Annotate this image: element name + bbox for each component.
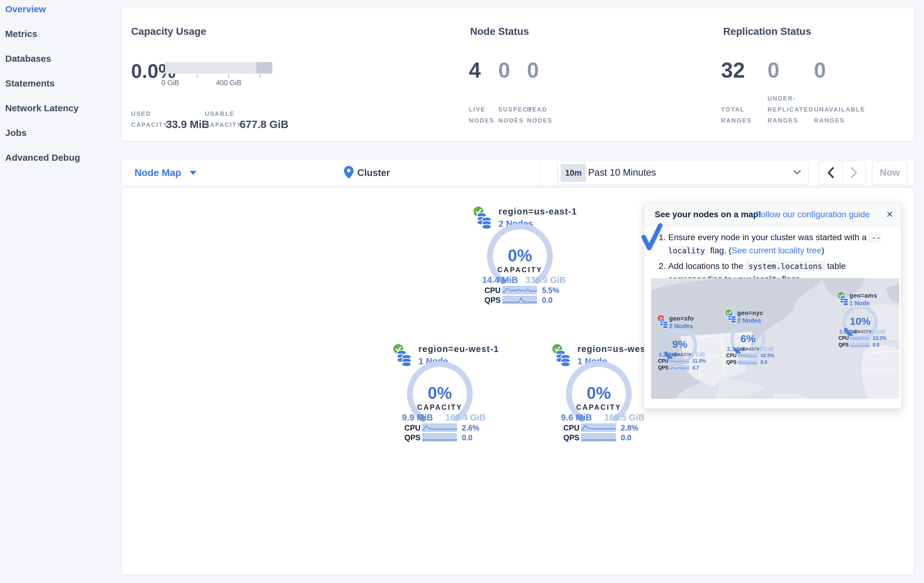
close-icon[interactable]: × xyxy=(886,208,893,220)
cpu-label: CPU xyxy=(726,353,737,358)
unavailable-ranges-label: UNAVAILABLE RANGES xyxy=(814,104,863,126)
region-total-capacity: 338.9 GiB xyxy=(525,275,566,285)
step-1-text: ) xyxy=(821,246,824,255)
qps-sparkline xyxy=(422,433,457,441)
sidebar-item-network-latency[interactable]: Network Latency xyxy=(5,103,120,113)
mini-gauge-percent: 6% xyxy=(729,333,766,345)
mini-region-nodes-link[interactable]: 1 Node xyxy=(850,300,870,307)
cpu-value: 2.8% xyxy=(621,423,638,432)
cpu-value: 2.6% xyxy=(462,423,479,432)
region-eu-west-1: region=eu-west-1 1 Node 0% CAPACITY 9.9 … xyxy=(393,342,493,449)
mini-region-nodes-link[interactable]: 2 Nodes xyxy=(737,317,761,324)
breadcrumb-label: Cluster xyxy=(357,168,390,178)
sidebar-item-overview[interactable]: Overview xyxy=(5,4,120,14)
view-mode-dropdown[interactable]: Node Map xyxy=(134,160,196,186)
cpu-value: 5.5% xyxy=(542,286,559,295)
locality-tree-link[interactable]: See current locality tree xyxy=(731,246,821,255)
time-next-button[interactable] xyxy=(842,161,866,184)
mini-total-capacity: 65.7 GiB xyxy=(751,346,773,352)
sidebar-item-jobs[interactable]: Jobs xyxy=(5,128,120,138)
mini-used-capacity: 3.7 GiB xyxy=(727,346,746,352)
now-button[interactable]: Now xyxy=(872,161,908,184)
qps-value: 0.0 xyxy=(462,433,472,442)
region-total-capacity: 169.4 GiB xyxy=(446,412,486,423)
capacity-axis-tick xyxy=(228,74,229,78)
total-ranges-label: TOTAL RANGES xyxy=(721,104,764,126)
region-used-capacity: 14.4 MiB xyxy=(482,275,518,285)
breadcrumb[interactable]: Cluster xyxy=(344,160,390,186)
unavailable-ranges-stat: 0 UNAVAILABLE RANGES xyxy=(814,59,857,126)
region-used-capacity: 9.9 MiB xyxy=(402,412,433,423)
time-range-value: Past 10 Minutes xyxy=(588,161,656,184)
cpu-sparkline xyxy=(581,423,616,432)
popup-header: See your nodes on a map! Follow our conf… xyxy=(644,203,901,226)
gauge-percent: 0% xyxy=(564,383,634,403)
sidebar-item-statements[interactable]: Statements xyxy=(5,79,120,88)
qps-sparkline xyxy=(738,360,757,365)
qps-value: 0.0 xyxy=(621,433,632,442)
popup-title: See your nodes on a map! xyxy=(655,209,761,219)
qps-value: 0.0 xyxy=(542,296,553,305)
capacity-axis-label-400: 400 GiB xyxy=(216,79,241,87)
cpu-value: 12.3% xyxy=(873,336,886,341)
time-range-badge: 10m xyxy=(561,164,586,182)
mini-region-geo-nyc: geo=nyc 2 Nodes 6% CAPACITY 3.7 GiB 65.7… xyxy=(725,309,780,366)
gauge-capacity-label: CAPACITY xyxy=(405,403,475,412)
qps-sparkline xyxy=(581,433,616,441)
used-capacity-stat: USED CAPACITY 33.9 MiB xyxy=(131,108,210,130)
mini-region-title: geo=ams xyxy=(850,292,877,299)
under-replicated-ranges-label: UNDER-REPLICATED RANGES xyxy=(767,93,810,126)
usable-capacity-label: USABLE CAPACITY xyxy=(205,108,234,130)
time-range-select[interactable]: 10m Past 10 Minutes xyxy=(558,161,809,184)
region-used-capacity: 9.6 MiB xyxy=(561,412,592,423)
capacity-axis-label-0: 0 GiB xyxy=(162,79,179,87)
mini-gauge-percent: 9% xyxy=(662,338,698,350)
system-locations-code: system.locations xyxy=(746,261,825,271)
mini-used-capacity: 3.2 GiB xyxy=(659,352,678,358)
used-capacity-value: 33.9 MiB xyxy=(166,119,210,130)
mini-region-title: geo=nyc xyxy=(737,310,763,316)
configuration-guide-link[interactable]: Follow our configuration guide xyxy=(756,209,870,219)
qps-label: QPS xyxy=(404,433,421,442)
sidebar-item-advanced-debug[interactable]: Advanced Debug xyxy=(5,153,120,163)
usable-capacity-stat: USABLE CAPACITY 677.8 GiB xyxy=(205,108,289,130)
sidebar-item-databases[interactable]: Databases xyxy=(5,54,120,64)
used-capacity-label: USED CAPACITY xyxy=(131,108,160,130)
gauge-capacity-label: CAPACITY xyxy=(564,403,634,412)
cluster-summary-panel: Capacity Usage 0.0% 0 GiB 400 GiB USED C… xyxy=(121,8,914,141)
cpu-label: CPU xyxy=(838,336,849,341)
mini-total-capacity: 35.1 GiB xyxy=(683,352,705,358)
cpu-label: CPU xyxy=(658,358,668,364)
toolbar-divider xyxy=(540,160,540,186)
nodes-on-map-popup: See your nodes on a map! Follow our conf… xyxy=(644,203,901,409)
replication-status-title: Replication Status xyxy=(723,26,811,37)
region-title: region=us-east-1 xyxy=(498,207,577,217)
time-prev-button[interactable] xyxy=(819,161,842,184)
qps-label: QPS xyxy=(838,342,849,348)
cpu-value: 42.5% xyxy=(761,353,774,358)
usable-capacity-value: 677.8 GiB xyxy=(240,119,289,130)
step-1-text: flag. ( xyxy=(708,246,731,255)
qps-label: QPS xyxy=(563,433,579,442)
qps-sparkline xyxy=(502,296,537,304)
database-nodes-icon xyxy=(728,313,737,325)
under-replicated-ranges-stat: 0 UNDER-REPLICATED RANGES xyxy=(767,59,810,126)
gauge-percent: 0% xyxy=(405,383,475,403)
cpu-value: 11.0% xyxy=(692,358,706,364)
step-2-text: Add locations to the xyxy=(668,261,746,271)
region-total-capacity: 169.5 GiB xyxy=(604,412,645,423)
node-status-title: Node Status xyxy=(470,26,529,37)
qps-value: 4.7 xyxy=(692,365,699,371)
sidebar-item-metrics[interactable]: Metrics xyxy=(5,29,120,39)
cpu-sparkline xyxy=(422,423,457,432)
qps-value: 0.0 xyxy=(873,342,879,348)
qps-label: QPS xyxy=(726,360,737,365)
dead-nodes-stat: 0 DEAD NODES xyxy=(527,59,570,126)
cpu-sparkline xyxy=(670,359,689,364)
qps-label: QPS xyxy=(658,365,668,371)
database-nodes-icon xyxy=(840,295,849,307)
total-ranges-stat: 32 TOTAL RANGES xyxy=(721,59,764,126)
dead-nodes-label: DEAD NODES xyxy=(527,104,570,126)
mini-gauge-percent: 10% xyxy=(842,315,878,327)
mini-region-nodes-link[interactable]: 2 Nodes xyxy=(669,323,693,330)
